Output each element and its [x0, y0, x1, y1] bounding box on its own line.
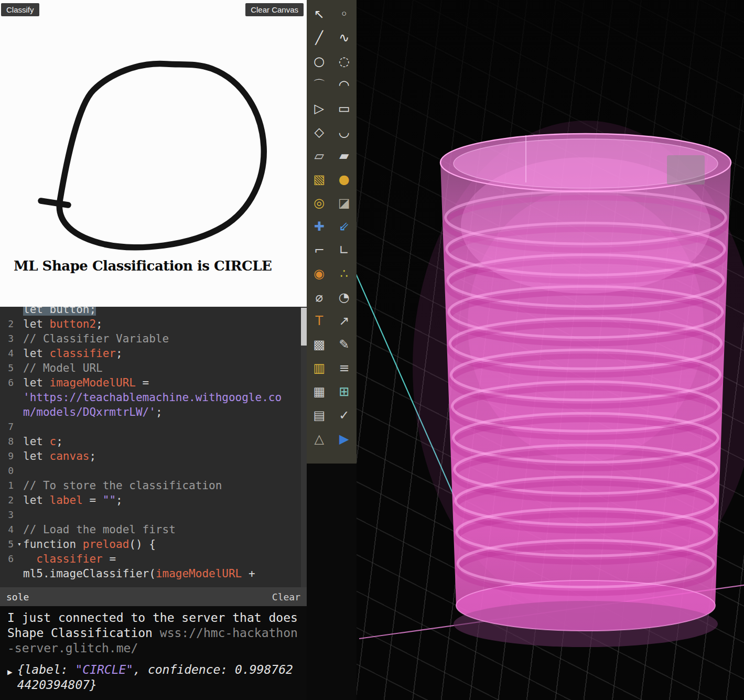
- code-editor[interactable]: let button;2let button2;3// Classifier V…: [0, 307, 307, 587]
- fold-gutter: [16, 493, 23, 508]
- console-header: sole Clear: [0, 587, 307, 606]
- protractor-icon[interactable]: ◔: [332, 285, 357, 309]
- notebook-icon[interactable]: ▤: [307, 403, 332, 427]
- shaded-surface-icon[interactable]: ◪: [332, 191, 357, 214]
- block-icon[interactable]: ▥: [307, 356, 332, 380]
- line-number: 3: [0, 331, 16, 346]
- fold-gutter: [16, 522, 23, 537]
- code-line: 3: [0, 508, 307, 522]
- play-icon[interactable]: ▶: [332, 427, 357, 450]
- line-number: 1: [0, 478, 16, 493]
- fold-arrow-icon[interactable]: ▾: [16, 537, 23, 552]
- code-line: let button;: [0, 307, 307, 317]
- code-line: 5▾function preload() {: [0, 537, 307, 552]
- circle-icon[interactable]: ○: [307, 49, 332, 73]
- code-line: 8let c;: [0, 434, 307, 449]
- prism-icon[interactable]: △: [307, 427, 332, 450]
- fold-gutter: [16, 464, 23, 478]
- expand-icon[interactable]: ▶: [7, 662, 13, 693]
- surface-corner-icon[interactable]: ▰: [332, 144, 357, 167]
- clear-canvas-button[interactable]: Clear Canvas: [245, 3, 304, 16]
- fold-gutter: [16, 346, 23, 361]
- curve-icon[interactable]: ∿: [332, 26, 357, 49]
- diameter-icon[interactable]: ⌀: [307, 285, 332, 309]
- viewport-3d[interactable]: [357, 0, 744, 700]
- arc-points-icon[interactable]: ◠: [332, 73, 357, 96]
- fold-gutter: [16, 449, 23, 464]
- fillet-icon[interactable]: ◡: [332, 120, 357, 144]
- grid-icon[interactable]: ▦: [307, 380, 332, 403]
- line-number: 7: [0, 419, 16, 434]
- surface-icon[interactable]: ▱: [307, 144, 332, 167]
- code-lines: let button;2let button2;3// Classifier V…: [0, 307, 307, 581]
- fold-gutter: [16, 405, 23, 419]
- fold-gutter: [16, 434, 23, 449]
- polygon-icon[interactable]: ◇: [307, 120, 332, 144]
- fold-gutter: [16, 390, 23, 405]
- circle-points-icon[interactable]: ◌: [332, 49, 357, 73]
- code-line: 3// Classifier Variable: [0, 331, 307, 346]
- toolbar-strip: ↖◦╱∿○◌⌒◠▷▭◇◡▱▰▧●◎◪✚⇙⌐∟◉∴⌀◔T↗▩✎▥≡▦⊞▤✓△▶: [307, 0, 357, 700]
- scatter-points-icon[interactable]: ∴: [332, 262, 357, 285]
- classify-button[interactable]: Classify: [1, 3, 39, 16]
- closed-polyline-icon[interactable]: ▷: [307, 96, 332, 120]
- line-number: 0: [0, 464, 16, 478]
- fold-gutter: [16, 361, 23, 375]
- sphere-icon[interactable]: ●: [332, 167, 357, 191]
- classification-result-text: ML Shape Classification is CIRCLE: [14, 258, 272, 274]
- line-number: [0, 307, 16, 317]
- box-icon[interactable]: ▧: [307, 167, 332, 191]
- leader-icon[interactable]: ↗: [332, 309, 357, 332]
- line-number: 4: [0, 346, 16, 361]
- fold-gutter: [16, 307, 23, 317]
- code-line: 2let button2;: [0, 317, 307, 331]
- console-clear-button[interactable]: Clear: [272, 591, 300, 602]
- line-number: [0, 405, 16, 419]
- fold-gutter: [16, 566, 23, 581]
- fold-gutter: [16, 375, 23, 390]
- pink-cylinder-object[interactable]: [440, 134, 731, 647]
- editor-scrollbar-track[interactable]: [301, 307, 307, 587]
- code-line: 4// Load the model first: [0, 522, 307, 537]
- line-number: 2: [0, 493, 16, 508]
- code-line: 0: [0, 464, 307, 478]
- arc-icon[interactable]: ⌒: [307, 73, 332, 96]
- drawn-circle: [59, 64, 264, 247]
- line-number: 6: [0, 375, 16, 390]
- code-line: 6let imageModelURL =: [0, 375, 307, 390]
- fold-gutter: [16, 317, 23, 331]
- console-result[interactable]: ▶ {label: "CIRCLE", confidence: 0.998762…: [7, 662, 299, 693]
- code-line: 9let canvas;: [0, 449, 307, 464]
- move-arrow-icon[interactable]: ⇙: [332, 214, 357, 238]
- line-number: 4: [0, 522, 16, 537]
- plugin-icon[interactable]: ✚: [307, 214, 332, 238]
- viewport-scene: [357, 0, 744, 700]
- rim-notch: [667, 155, 705, 185]
- console-panel: sole Clear I just connected to the serve…: [0, 587, 307, 700]
- editor-scrollbar-thumb[interactable]: [301, 308, 307, 346]
- select-arrow-icon[interactable]: ↖: [307, 2, 332, 26]
- rectangle-icon[interactable]: ▭: [332, 96, 357, 120]
- hatch-icon[interactable]: ▩: [307, 332, 332, 356]
- fold-gutter: [16, 331, 23, 346]
- code-line: 2let label = "";: [0, 493, 307, 508]
- code-line: 1// To store the classification: [0, 478, 307, 493]
- histogram-icon[interactable]: ≡: [332, 356, 357, 380]
- blend-icon[interactable]: ◉: [307, 262, 332, 285]
- fold-gutter: [16, 419, 23, 434]
- code-line: 'https://teachablemachine.withgoogle.co: [0, 390, 307, 405]
- cylinder-icon[interactable]: ◎: [307, 191, 332, 214]
- toolbar: ↖◦╱∿○◌⌒◠▷▭◇◡▱▰▧●◎◪✚⇙⌐∟◉∴⌀◔T↗▩✎▥≡▦⊞▤✓△▶: [307, 0, 357, 464]
- bend-icon[interactable]: ⌐: [307, 238, 332, 262]
- text-icon[interactable]: T: [307, 309, 332, 332]
- point-icon[interactable]: ◦: [332, 2, 357, 26]
- drawn-tail: [41, 201, 68, 205]
- check-icon[interactable]: ✓: [332, 403, 357, 427]
- line-number: 6: [0, 552, 16, 566]
- drawing-canvas[interactable]: Classify Clear Canvas ML Shape Classific…: [0, 0, 307, 307]
- clipping-plane-icon[interactable]: ⊞: [332, 380, 357, 403]
- polyline-icon[interactable]: ╱: [307, 26, 332, 49]
- angle-icon[interactable]: ∟: [332, 238, 357, 262]
- draft-icon[interactable]: ✎: [332, 332, 357, 356]
- line-number: 2: [0, 317, 16, 331]
